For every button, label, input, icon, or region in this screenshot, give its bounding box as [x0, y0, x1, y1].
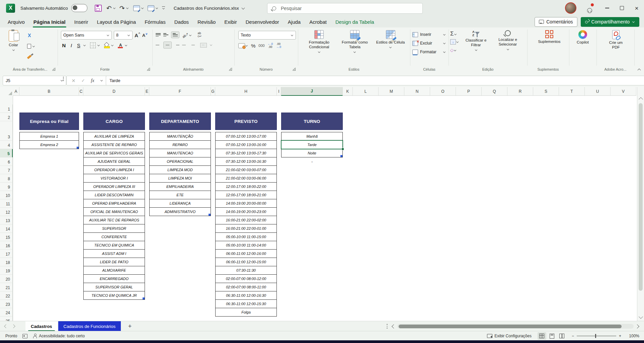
- copilot-button[interactable]: Copilot: [577, 27, 589, 64]
- horizontal-scroll-thumb[interactable]: [399, 325, 622, 328]
- table-cell[interactable]: Empresa 1: [19, 132, 79, 141]
- format-cells-button[interactable]: Formatar: [412, 48, 446, 56]
- align-bottom-button[interactable]: [171, 31, 179, 38]
- table-cell[interactable]: AUXILIAR TEC DE REPAROS: [83, 216, 145, 224]
- table-cell[interactable]: LIMPEZA MOI: [149, 174, 211, 183]
- zoom-in-button[interactable]: +: [619, 334, 621, 338]
- table-cell[interactable]: ENCARREGADO: [83, 274, 145, 283]
- table-cell[interactable]: MANUTENÇÃO: [149, 132, 211, 141]
- scroll-down-icon[interactable]: [639, 315, 643, 319]
- font-color-button[interactable]: A: [118, 43, 123, 48]
- table-cell[interactable]: 07:00-12:00 13:00-17:00: [215, 132, 277, 141]
- align-top-button[interactable]: [156, 33, 161, 37]
- collapse-ribbon-button[interactable]: [638, 69, 641, 72]
- extra-cell[interactable]: -: [281, 157, 343, 166]
- create-pdf-button[interactable]: Crie um PDF: [608, 27, 624, 64]
- table-cell[interactable]: SUPERVISOR: [83, 224, 145, 233]
- zoom-slider-handle[interactable]: [595, 334, 596, 338]
- accessibility-status[interactable]: Acessibilidade: tudo certo: [33, 334, 85, 338]
- table-cell[interactable]: TECNICO EM QUIMICA JR: [83, 291, 145, 300]
- font-size-combo[interactable]: 8: [114, 31, 133, 40]
- undo-dropdown-icon[interactable]: [113, 6, 115, 9]
- redo-dropdown-icon[interactable]: [126, 6, 129, 9]
- fill-button[interactable]: ↓: [450, 39, 459, 45]
- borders-dropdown-icon[interactable]: [97, 44, 100, 46]
- table-cell[interactable]: 07:30-11:30: [215, 266, 277, 275]
- cancel-entry-button[interactable]: ✕: [72, 78, 76, 83]
- table-header-turno[interactable]: TURNO: [281, 113, 343, 130]
- comma-style-button[interactable]: 000: [258, 44, 264, 48]
- table-cell[interactable]: 02:00-07:00 08:00-12:00: [215, 274, 277, 283]
- sheet-tab-cadastros-de-funcionarios[interactable]: Cadastros de Funcionários: [58, 321, 121, 331]
- table-cell[interactable]: 16:00-21:00 22:00-02:00: [215, 216, 277, 224]
- align-right-button[interactable]: [174, 43, 179, 47]
- table-cell[interactable]: VISTORIADOR I: [83, 174, 145, 183]
- dialog-launcher-icon[interactable]: [52, 68, 55, 71]
- table-resize-handle[interactable]: [209, 214, 211, 216]
- table-header-departamento[interactable]: DEPARTAMENTO: [149, 113, 211, 130]
- fill-dropdown-icon[interactable]: [111, 44, 113, 46]
- autosum-button[interactable]: Σ: [450, 31, 459, 37]
- zoom-out-button[interactable]: −: [572, 334, 574, 338]
- table-cell[interactable]: OPERADOR LIMPEZA III: [83, 182, 145, 191]
- table-cell[interactable]: 07:30-12:00 13:00-16:30: [215, 157, 277, 166]
- dialog-launcher-icon[interactable]: [229, 68, 232, 71]
- italic-button[interactable]: I: [68, 43, 74, 48]
- table-cell[interactable]: 06:00-11:00 12:00-15:00: [215, 258, 277, 266]
- table-cell[interactable]: OPERACIONAL: [149, 157, 211, 166]
- format-as-table-button[interactable]: Formatar como Tabela: [339, 27, 370, 64]
- undo-icon[interactable]: ↶: [106, 5, 112, 11]
- underline-button[interactable]: S: [76, 43, 82, 48]
- font-family-combo[interactable]: Open Sans: [61, 31, 112, 40]
- table-cell[interactable]: LIMPEZA MOD: [149, 165, 211, 174]
- formula-input[interactable]: Tarde: [106, 76, 644, 85]
- table-cell[interactable]: 16:00-21:00 22:00-01:00: [215, 224, 277, 233]
- table-cell[interactable]: Tarde: [281, 140, 343, 149]
- table-cell[interactable]: SUPERVISOR GERAL: [83, 283, 145, 291]
- tab-inserir[interactable]: Inserir: [70, 16, 93, 27]
- table-cell[interactable]: 21:00-02:00 03:00-07:00: [215, 165, 277, 174]
- tab-pagina-inicial[interactable]: Página Inicial: [29, 16, 70, 27]
- find-select-button[interactable]: Localizar e Selecionar: [493, 27, 522, 64]
- scroll-up-icon[interactable]: [639, 97, 643, 101]
- table-cell[interactable]: Folga: [215, 308, 277, 317]
- align-middle-button[interactable]: [163, 33, 168, 37]
- tab-exibir[interactable]: Exibir: [220, 16, 241, 27]
- tab-acrobat[interactable]: Acrobat: [305, 16, 331, 27]
- display-settings-button[interactable]: Exibir Configurações: [487, 334, 532, 338]
- name-box[interactable]: J5: [3, 76, 66, 85]
- table-cell[interactable]: 06:30-11:00 12:00-16:30: [215, 291, 277, 300]
- qat-customize-icon[interactable]: [162, 6, 165, 10]
- page-layout-view-button[interactable]: [548, 332, 556, 340]
- table-cell[interactable]: REPARO: [149, 140, 211, 149]
- macro-record-button[interactable]: [22, 334, 27, 338]
- sheet-tab-cadastros[interactable]: Cadastros: [25, 321, 58, 331]
- clear-button[interactable]: ◇: [450, 47, 459, 53]
- table-cell[interactable]: 21:00-02:00 03:00-06:00: [215, 174, 277, 183]
- zoom-slider[interactable]: [577, 336, 616, 336]
- table-cell[interactable]: 02:00-07:00 08:00-11:00: [215, 283, 277, 291]
- table-cell[interactable]: 14:00-19:00 20:00-23:00: [215, 207, 277, 216]
- tab-design-da-tabela[interactable]: Design da Tabela: [331, 16, 379, 27]
- table-cell[interactable]: 05:00-10:00 11:00-15:00: [215, 232, 277, 241]
- comments-button[interactable]: Comentários: [535, 17, 577, 27]
- table-cell[interactable]: LIDER DE PATIO: [83, 258, 145, 266]
- table-tool-icon[interactable]: [133, 5, 140, 11]
- table-cell[interactable]: AUXILIAR DE SERVICOS GERAIS: [83, 149, 145, 157]
- fill-color-button[interactable]: [104, 43, 109, 48]
- table-cell[interactable]: 12:00-17:00 18:00-21:00: [215, 191, 277, 199]
- document-title[interactable]: Cadastros dos Funcionários.xlsx: [174, 6, 245, 11]
- grow-font-button[interactable]: A^: [135, 32, 140, 38]
- table-cell[interactable]: OPERAD EMPILHADEIRA: [83, 199, 145, 208]
- next-sheet-button[interactable]: [10, 323, 17, 330]
- table-cell[interactable]: TECNICO EM QUIMICA: [83, 241, 145, 250]
- tab-desenvolvedor[interactable]: Desenvolvedor: [241, 16, 284, 27]
- shrink-font-button[interactable]: Av: [142, 33, 147, 38]
- table-cell[interactable]: 14:00-19:00 20:00-00:00: [215, 199, 277, 208]
- tab-ajuda[interactable]: Ajuda: [284, 16, 305, 27]
- minimize-button[interactable]: [600, 0, 615, 16]
- table-cell[interactable]: OPERADOR LIMPEZA I: [83, 165, 145, 174]
- decrease-decimal-button[interactable]: .00→.0: [276, 43, 281, 49]
- excel-logo-icon[interactable]: X: [6, 4, 15, 13]
- table-cell[interactable]: ALMOXARIFE: [83, 266, 145, 275]
